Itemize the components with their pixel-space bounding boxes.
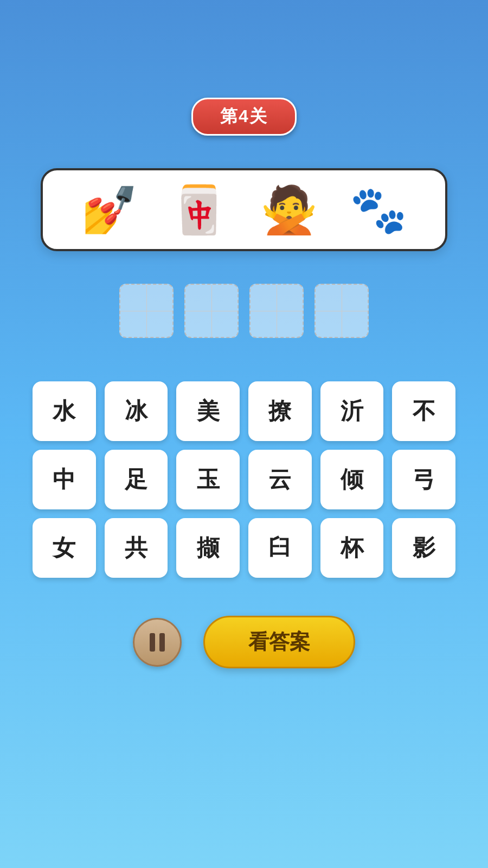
character-keyboard: 水冰美撩沂不中足玉云倾弓女共撷臼杯影 <box>33 381 455 578</box>
key-button-倾[interactable]: 倾 <box>320 450 384 509</box>
key-button-共[interactable]: 共 <box>105 518 168 578</box>
key-button-杯[interactable]: 杯 <box>320 518 384 578</box>
answer-box-4[interactable] <box>314 284 369 338</box>
key-button-撩[interactable]: 撩 <box>248 381 312 441</box>
answer-input-area <box>119 284 369 338</box>
level-text: 第4关 <box>220 106 268 126</box>
emoji-display-area: 💅 🀄 🙅 🐾 <box>41 168 447 251</box>
key-button-影[interactable]: 影 <box>392 518 455 578</box>
pause-icon <box>150 633 165 652</box>
emoji-paw-prints: 🐾 <box>350 187 407 233</box>
key-button-臼[interactable]: 臼 <box>248 518 312 578</box>
see-answer-button[interactable]: 看答案 <box>203 616 355 668</box>
emoji-nail-polish: 💅 <box>81 187 138 233</box>
emoji-no-gesture: 🙅 <box>260 187 318 233</box>
key-button-沂[interactable]: 沂 <box>320 381 384 441</box>
key-button-冰[interactable]: 冰 <box>105 381 168 441</box>
key-button-弓[interactable]: 弓 <box>392 450 455 509</box>
key-button-撷[interactable]: 撷 <box>176 518 240 578</box>
answer-box-3[interactable] <box>249 284 304 338</box>
pause-button[interactable] <box>133 618 182 667</box>
emoji-mahjong: 🀄 <box>170 187 228 233</box>
key-button-女[interactable]: 女 <box>33 518 96 578</box>
key-button-美[interactable]: 美 <box>176 381 240 441</box>
level-badge: 第4关 <box>191 98 297 136</box>
key-button-足[interactable]: 足 <box>105 450 168 509</box>
answer-box-1[interactable] <box>119 284 174 338</box>
key-button-中[interactable]: 中 <box>33 450 96 509</box>
key-button-云[interactable]: 云 <box>248 450 312 509</box>
bottom-controls: 看答案 <box>133 616 355 668</box>
key-button-玉[interactable]: 玉 <box>176 450 240 509</box>
key-button-水[interactable]: 水 <box>33 381 96 441</box>
key-button-不[interactable]: 不 <box>392 381 455 441</box>
answer-box-2[interactable] <box>184 284 239 338</box>
